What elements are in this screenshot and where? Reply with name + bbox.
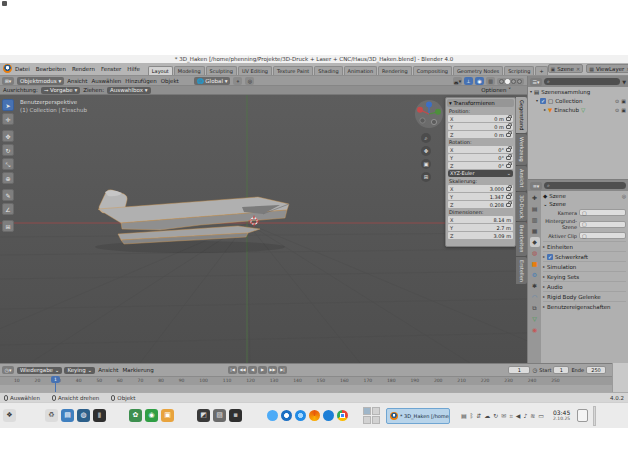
file-manager-icon[interactable]: ▤: [61, 409, 74, 422]
dimension-field[interactable]: X8.14 m: [448, 216, 513, 223]
viewport-menu-item[interactable]: Objekt: [161, 78, 179, 84]
sidebar-tab[interactable]: Erstellen: [516, 257, 527, 285]
expand-icon[interactable]: ▾: [530, 89, 532, 94]
sidebar-tab[interactable]: Gegenstand: [516, 97, 527, 133]
scale-field[interactable]: Y1.347: [448, 193, 513, 200]
menubar-item[interactable]: Bearbeiten: [36, 66, 66, 72]
scene-panel-header[interactable]: ⌄ Szene: [543, 201, 626, 207]
lock-icon[interactable]: [506, 148, 511, 152]
viewport-menu-item[interactable]: Hinzufügen: [125, 78, 156, 84]
collection-checkbox[interactable]: ✓: [540, 98, 546, 104]
object-picker-field[interactable]: ▢: [579, 221, 626, 228]
workspace-tab[interactable]: Texture Paint: [273, 66, 313, 75]
expand-icon[interactable]: ▸: [544, 107, 546, 112]
ortho-toggle-button[interactable]: ⊞: [421, 172, 431, 182]
peek-desktop-strip[interactable]: [593, 406, 596, 426]
virtual-desktop-pager[interactable]: [363, 407, 380, 424]
workspace-tab[interactable]: Sculpting: [206, 66, 237, 75]
terminal-icon[interactable]: ▮: [93, 409, 106, 422]
lock-icon[interactable]: [506, 195, 511, 199]
collapsed-panel-header[interactable]: ▸✓Schwerkraft: [543, 251, 626, 261]
workspace-tab[interactable]: Geometry Nodes: [453, 66, 503, 75]
camera-view-button[interactable]: ▣: [421, 159, 431, 169]
3d-viewport[interactable]: Benutzerperspektive (1) Collection | Ein…: [0, 95, 527, 363]
collapsed-panel-header[interactable]: ▸✓Benutzereigenschaften: [543, 301, 626, 311]
viewlayer-props-icon[interactable]: ▦: [530, 226, 540, 236]
measure-tool[interactable]: ∠: [2, 203, 14, 215]
wireframe-shading-icon[interactable]: [499, 79, 504, 84]
web-globe-icon[interactable]: ◍: [77, 409, 90, 422]
timeline-dropdown[interactable]: Wiedergabe ⌄: [17, 367, 62, 374]
pan-button[interactable]: ✥: [421, 146, 431, 156]
x-axis-handle[interactable]: [417, 107, 423, 113]
timeline-dropdown[interactable]: Keying ⌄: [64, 367, 95, 374]
drag-value-dropdown[interactable]: Auswahlbox ▾: [107, 87, 150, 94]
sidebar-tab[interactable]: 3D-Druck: [516, 192, 527, 222]
battery-tray-icon[interactable]: ▭: [538, 412, 544, 420]
frame-start-field[interactable]: 1: [553, 366, 569, 374]
desktop-2[interactable]: [372, 407, 380, 415]
proportional-edit-icon[interactable]: ◎: [245, 77, 254, 85]
wifi-tray-icon[interactable]: ≋: [530, 412, 535, 420]
mail-tray-icon[interactable]: ✉: [501, 412, 506, 420]
auto-keying-icon[interactable]: ◷: [532, 367, 537, 373]
y-axis-handle[interactable]: [435, 109, 441, 115]
workspace-tab[interactable]: Compositing: [413, 66, 452, 75]
hook-object[interactable]: [95, 190, 289, 253]
menubar-item[interactable]: Hilfe: [127, 66, 140, 72]
lock-icon[interactable]: [506, 125, 511, 129]
particles-props-icon[interactable]: ✱: [530, 281, 540, 291]
outliner-row-scene-collection[interactable]: ▾ ▤ Szenensammlung: [528, 87, 628, 96]
frame-end-field[interactable]: 250: [586, 366, 606, 374]
lock-icon[interactable]: [506, 203, 511, 207]
timeline-editor-type-button[interactable]: ◷▾: [2, 366, 14, 374]
gizmos-toggle[interactable]: ⟂: [464, 77, 473, 85]
xray-toggle[interactable]: ▥: [486, 77, 495, 85]
viewport-menu-item[interactable]: Auswählen: [91, 78, 121, 84]
lock-icon[interactable]: [506, 156, 511, 160]
position-field[interactable]: X0 m: [448, 115, 513, 122]
green-app-icon[interactable]: ✿: [129, 409, 142, 422]
jump-end-button[interactable]: ▶|: [278, 366, 287, 374]
expand-icon[interactable]: ▾: [536, 98, 538, 103]
chrome-icon[interactable]: [337, 410, 348, 421]
dimension-field[interactable]: Y2.7 m: [448, 224, 513, 231]
firefox-icon[interactable]: [309, 410, 320, 421]
messenger-icon[interactable]: [267, 410, 278, 421]
viewport-menu-item[interactable]: Ansicht: [67, 78, 87, 84]
world-props-icon[interactable]: ◍: [530, 248, 540, 258]
timeline-ruler[interactable]: 1020304050607080901001101201301401501601…: [0, 376, 612, 385]
play-button[interactable]: ▶: [258, 366, 267, 374]
workspace-tab[interactable]: +: [535, 66, 547, 75]
view-object-types-dropdown[interactable]: ◛▾: [453, 77, 462, 85]
negative-axis-handle[interactable]: [431, 119, 436, 124]
position-field[interactable]: Y0 m: [448, 123, 513, 130]
media-app-icon[interactable]: ◉: [145, 409, 158, 422]
show-desktop-button[interactable]: [577, 409, 588, 422]
eye-icon[interactable]: ⊙: [615, 107, 619, 113]
tray-expand-icon[interactable]: ◀: [516, 412, 521, 420]
timeline-menu-item[interactable]: Markierung: [123, 367, 154, 373]
tweak-select-tool[interactable]: ➤: [2, 99, 14, 111]
menubar-item[interactable]: Rendern: [72, 66, 95, 72]
outliner-editor-type-button[interactable]: ☰▾: [530, 78, 542, 86]
window-titlebar[interactable]: * 3D_Haken [/home/phenning/Projekte/3D-D…: [0, 55, 628, 63]
bluetooth-tray-icon[interactable]: ᛒ: [470, 412, 474, 420]
object-picker-field[interactable]: ▢: [579, 232, 626, 239]
workspace-tab[interactable]: Layout: [148, 66, 173, 75]
blue-circle-icon[interactable]: [295, 410, 306, 421]
collapsed-panel-header[interactable]: ▸✓Rigid Body Gelenke: [543, 291, 626, 301]
desktop-4[interactable]: [372, 416, 380, 424]
solid-shading-icon[interactable]: [505, 79, 510, 84]
photo-app-icon[interactable]: ▨: [213, 409, 226, 422]
dark-app-icon[interactable]: ▪: [229, 409, 242, 422]
workspace-tab[interactable]: Rendering: [378, 66, 412, 75]
overlays-toggle[interactable]: ◉: [475, 77, 484, 85]
playhead-badge[interactable]: 1: [51, 376, 60, 383]
sidebar-tab[interactable]: Werkzeug: [516, 134, 527, 165]
window-menu-icon[interactable]: [2, 1, 7, 6]
render-props-icon[interactable]: ▤: [530, 204, 540, 214]
blue-app-icon[interactable]: [323, 410, 334, 421]
zoom-button[interactable]: ⌕: [421, 133, 431, 143]
tool-props-icon[interactable]: ✚: [530, 193, 540, 203]
